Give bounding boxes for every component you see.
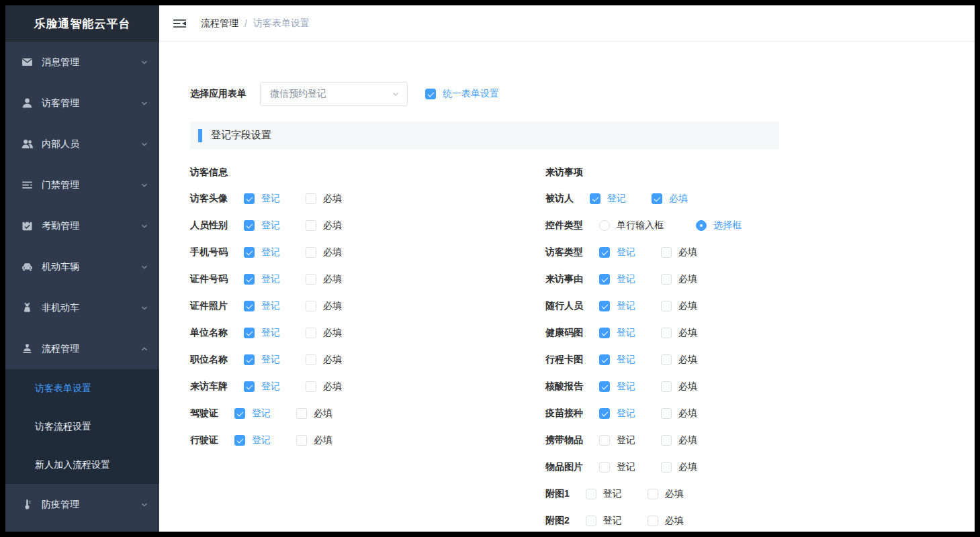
required-checkbox[interactable]: 必填: [661, 327, 697, 339]
register-checkbox[interactable]: 登记: [599, 407, 635, 420]
field-row: 携带物品登记必填: [545, 427, 742, 454]
register-checkbox[interactable]: 登记: [244, 219, 280, 232]
radio-button: [599, 220, 610, 231]
checkbox-box: [652, 193, 662, 204]
sidebar-subitem[interactable]: 访客流程设置: [5, 407, 159, 446]
sidebar-item[interactable]: 考勤管理: [5, 205, 159, 246]
register-checkbox[interactable]: 登记: [599, 246, 635, 258]
section-title: 登记字段设置: [211, 129, 271, 142]
column-title: 来访事项: [545, 165, 742, 179]
form-select-row: 选择应用表单 微信预约登记 统一表单设置: [190, 82, 975, 106]
sidebar-item[interactable]: 流程管理: [5, 328, 159, 369]
control-type-radio[interactable]: 选择框: [696, 219, 742, 232]
required-checkbox[interactable]: 必填: [661, 381, 697, 393]
sidebar-item[interactable]: 消息管理: [5, 42, 159, 83]
sidebar-item[interactable]: 非机动车: [5, 287, 159, 328]
register-checkbox[interactable]: 登记: [599, 327, 635, 339]
field-row: 来访车牌登记必填: [190, 373, 545, 400]
field-row: 随行人员登记必填: [545, 293, 742, 320]
register-checkbox[interactable]: 登记: [244, 193, 280, 205]
checkbox-label: 登记: [261, 354, 280, 366]
register-checkbox[interactable]: 登记: [586, 515, 622, 527]
sidebar-subitem[interactable]: 访客表单设置: [5, 369, 159, 407]
application-form-select[interactable]: 微信预约登记: [260, 82, 408, 106]
required-checkbox[interactable]: 必填: [306, 246, 342, 258]
field-label: 证件照片: [190, 300, 228, 312]
register-checkbox[interactable]: 登记: [244, 273, 280, 285]
field-row: 控件类型单行输入框选择框: [545, 212, 742, 239]
field-row: 行程卡图登记必填: [545, 346, 742, 373]
register-checkbox[interactable]: 登记: [599, 273, 635, 285]
field-row: 访客类型登记必填: [545, 239, 742, 266]
register-checkbox[interactable]: 登记: [586, 488, 622, 500]
field-label: 访客类型: [545, 246, 583, 258]
register-checkbox[interactable]: 登记: [599, 354, 635, 366]
register-checkbox[interactable]: 登记: [234, 407, 271, 420]
required-checkbox[interactable]: 必填: [661, 300, 697, 312]
checkbox-box: [306, 220, 316, 231]
sidebar-item[interactable]: 防疫管理: [5, 484, 159, 525]
required-checkbox[interactable]: 必填: [661, 246, 697, 258]
checkbox-box: [599, 462, 610, 473]
required-checkbox[interactable]: 必填: [652, 193, 688, 205]
checkbox-box: [244, 381, 255, 392]
required-checkbox[interactable]: 必填: [648, 515, 684, 527]
control-type-radio[interactable]: 单行输入框: [599, 219, 664, 232]
required-checkbox[interactable]: 必填: [306, 273, 342, 285]
checkbox-label: 必填: [665, 515, 684, 527]
register-checkbox[interactable]: 登记: [244, 354, 280, 366]
required-checkbox[interactable]: 必填: [296, 407, 332, 420]
register-checkbox[interactable]: 登记: [234, 434, 271, 446]
checkbox-box: [661, 381, 672, 392]
breadcrumb-parent[interactable]: 流程管理: [201, 17, 238, 30]
checkbox-label: 必填: [678, 407, 697, 420]
field-label: 附图2: [545, 515, 570, 527]
required-checkbox[interactable]: 必填: [306, 381, 342, 393]
field-row: 疫苗接种登记必填: [545, 400, 742, 427]
sidebar-item-label: 内部人员: [42, 138, 140, 150]
field-label: 单位名称: [190, 327, 228, 339]
sidebar-item[interactable]: 机动车辆: [5, 246, 159, 287]
register-checkbox[interactable]: 登记: [599, 300, 635, 312]
sidebar-item[interactable]: 内部人员: [5, 124, 159, 164]
required-checkbox[interactable]: 必填: [306, 219, 342, 232]
checkbox-box: [306, 381, 316, 392]
radio-button: [696, 220, 707, 231]
field-row: 来访事由登记必填: [545, 266, 742, 293]
checkbox-label: 必填: [678, 327, 697, 339]
required-checkbox[interactable]: 必填: [296, 434, 332, 446]
sidebar-item[interactable]: 访客管理: [5, 83, 159, 124]
sidebar-collapse-icon[interactable]: [173, 18, 186, 29]
checkbox-label: 必填: [678, 246, 697, 258]
required-checkbox[interactable]: 必填: [661, 354, 697, 366]
chevron-down-icon: [140, 501, 148, 509]
checkbox-box: [661, 408, 672, 419]
register-checkbox[interactable]: 登记: [244, 327, 280, 339]
required-checkbox[interactable]: 必填: [661, 461, 697, 473]
staff-icon: [21, 138, 33, 150]
required-checkbox[interactable]: 必填: [661, 434, 697, 446]
required-checkbox[interactable]: 必填: [306, 354, 342, 366]
register-checkbox[interactable]: 登记: [590, 193, 626, 205]
field-label: 物品图片: [545, 461, 583, 473]
required-checkbox[interactable]: 必填: [661, 407, 697, 420]
register-checkbox[interactable]: 登记: [599, 434, 635, 446]
chevron-down-icon: [391, 89, 400, 99]
column-title: 访客信息: [190, 165, 545, 179]
register-checkbox[interactable]: 登记: [244, 300, 280, 312]
content: 选择应用表单 微信预约登记 统一表单设置 登记字段设置: [159, 42, 975, 532]
required-checkbox[interactable]: 必填: [306, 300, 342, 312]
chevron-down-icon: [140, 181, 148, 189]
app-title: 乐脸通智能云平台: [5, 5, 159, 42]
register-checkbox[interactable]: 登记: [244, 246, 280, 258]
register-checkbox[interactable]: 登记: [599, 381, 635, 393]
unified-form-checkbox[interactable]: 统一表单设置: [425, 88, 499, 100]
register-checkbox[interactable]: 登记: [244, 381, 280, 393]
required-checkbox[interactable]: 必填: [648, 488, 684, 500]
required-checkbox[interactable]: 必填: [306, 327, 342, 339]
required-checkbox[interactable]: 必填: [661, 273, 697, 285]
sidebar-item[interactable]: 门禁管理: [5, 164, 159, 205]
register-checkbox[interactable]: 登记: [599, 461, 635, 473]
sidebar-subitem[interactable]: 新人加入流程设置: [5, 446, 159, 484]
required-checkbox[interactable]: 必填: [306, 193, 342, 205]
